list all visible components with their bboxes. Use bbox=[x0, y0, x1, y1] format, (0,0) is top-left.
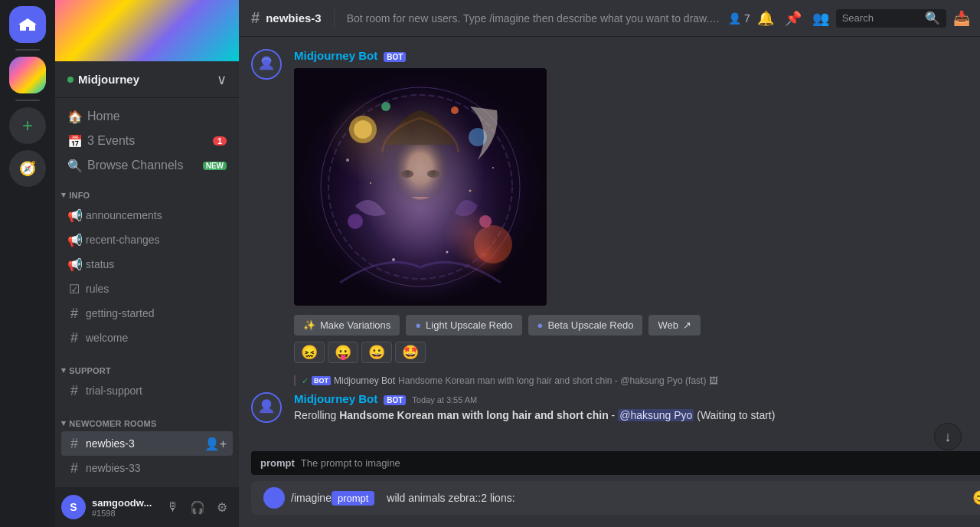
discord-home-button[interactable] bbox=[9, 6, 46, 43]
username: samgoodw... bbox=[92, 497, 156, 509]
svg-point-11 bbox=[348, 214, 363, 229]
server-header[interactable]: Midjourney ∨ bbox=[55, 61, 239, 98]
server-divider bbox=[15, 49, 40, 51]
hash-icon-3: # bbox=[67, 383, 81, 399]
svg-point-5 bbox=[321, 87, 520, 286]
hash-icon-2: # bbox=[67, 330, 81, 346]
image-icon: 🖼 bbox=[709, 375, 718, 386]
channel-hash-icon: # bbox=[251, 9, 260, 27]
channel-name: getting-started bbox=[86, 307, 155, 319]
add-member-icon[interactable]: 👤+ bbox=[204, 437, 227, 451]
header-divider bbox=[334, 9, 335, 28]
reactions: 😖 😛 😀 🤩 bbox=[294, 342, 980, 363]
channel-topic: Bot room for new users. Type /imagine th… bbox=[347, 12, 722, 25]
user-controls: 🎙 🎧 ⚙ bbox=[162, 496, 233, 518]
member-list-button[interactable]: 👥 bbox=[808, 6, 833, 31]
channel-welcome[interactable]: # welcome bbox=[61, 326, 233, 350]
channel-recent-changes[interactable]: 📢 recent-changes bbox=[61, 227, 233, 252]
events-label: 3 Events bbox=[87, 134, 135, 148]
channel-name: newbies-3 bbox=[86, 437, 135, 450]
web-button[interactable]: Web ↗ bbox=[648, 315, 701, 336]
message-content: Midjourney Bot BOT bbox=[294, 49, 980, 363]
emoji-picker-button[interactable]: 😊 bbox=[972, 489, 980, 506]
reaction-2[interactable]: 😛 bbox=[328, 342, 358, 363]
input-area: /imagine prompt 😊 bbox=[239, 475, 980, 527]
microphone-button[interactable]: 🎙 bbox=[162, 496, 184, 518]
home-label: Home bbox=[87, 110, 120, 123]
variations-icon: ✨ bbox=[303, 319, 315, 331]
sidebar-item-browse-channels[interactable]: 🔍 Browse Channels NEW bbox=[61, 153, 233, 178]
rerolling-text: Rerolling Handsome Korean man with long … bbox=[294, 408, 980, 424]
chevron-down-icon: ∨ bbox=[217, 71, 227, 88]
notification-bell-button[interactable]: 🔔 bbox=[753, 6, 778, 31]
channel-rules[interactable]: ☑ rules bbox=[61, 277, 233, 301]
sidebar-item-home[interactable]: 🏠 Home bbox=[61, 104, 233, 129]
search-icon: 🔍 bbox=[925, 11, 940, 25]
bot-tag-small: BOT bbox=[312, 376, 331, 385]
search-bar[interactable]: Search 🔍 bbox=[836, 9, 946, 28]
events-badge: 1 bbox=[213, 136, 227, 146]
message-image-container[interactable] bbox=[294, 68, 547, 306]
messages-area[interactable]: Midjourney Bot BOT bbox=[239, 37, 980, 451]
server-name: Midjourney bbox=[67, 73, 139, 86]
channel-sidebar: Midjourney ∨ 🏠 Home 📅 3 Events 1 🔍 Brows… bbox=[55, 0, 239, 527]
bot-badge: BOT bbox=[384, 52, 406, 62]
message-group: Midjourney Bot BOT bbox=[251, 49, 980, 363]
explore-button[interactable]: 🧭 bbox=[9, 150, 46, 187]
collapse-icon-2: ▾ bbox=[61, 365, 66, 375]
server-icon-midjourney[interactable] bbox=[9, 57, 46, 93]
headset-button[interactable]: 🎧 bbox=[187, 496, 208, 518]
reaction-4[interactable]: 🤩 bbox=[395, 342, 426, 363]
light-upscale-redo-button[interactable]: ● Light Upscale Redo bbox=[406, 315, 521, 336]
help-button[interactable]: ❓ bbox=[977, 6, 980, 31]
settings-button[interactable]: ⚙ bbox=[211, 496, 233, 518]
channel-list: 🏠 Home 📅 3 Events 1 🔍 Browse Channels NE… bbox=[55, 98, 239, 487]
new-badge: NEW bbox=[203, 162, 227, 170]
slash-label: /imagine bbox=[291, 492, 332, 504]
channel-name: rules bbox=[86, 283, 109, 295]
scroll-to-bottom-button[interactable]: ↓ bbox=[934, 423, 962, 450]
action-buttons: ✨ Make Variations ● Light Upscale Redo ●… bbox=[294, 315, 980, 336]
input-box: /imagine prompt 😊 bbox=[251, 481, 980, 515]
channel-status[interactable]: 📢 status bbox=[61, 252, 233, 277]
category-newcomer-label[interactable]: ▾ NEWCOMER ROOMS bbox=[55, 406, 239, 431]
svg-point-18 bbox=[431, 171, 436, 175]
channel-header: # newbies-3 Bot room for new users. Type… bbox=[239, 0, 980, 37]
svg-point-13 bbox=[451, 106, 459, 114]
svg-point-3 bbox=[328, 80, 512, 294]
hash-icon-4: # bbox=[67, 436, 81, 452]
search-placeholder: Search bbox=[842, 12, 874, 24]
category-info-label[interactable]: ▾ INFO bbox=[55, 178, 239, 203]
collapse-icon-3: ▾ bbox=[61, 418, 66, 428]
prompt-hint-text: The prompt to imagine bbox=[301, 457, 400, 469]
user-tag: #1598 bbox=[92, 509, 156, 518]
channel-newbies-3[interactable]: # newbies-3 👤+ bbox=[61, 431, 233, 456]
pin-button[interactable]: 📌 bbox=[781, 6, 805, 31]
browse-channels-label: Browse Channels bbox=[87, 159, 183, 172]
svg-point-24 bbox=[492, 167, 494, 169]
svg-rect-2 bbox=[294, 68, 547, 306]
reaction-1[interactable]: 😖 bbox=[294, 342, 325, 363]
make-variations-button[interactable]: ✨ Make Variations bbox=[294, 315, 400, 336]
channel-trial-support[interactable]: # trial-support bbox=[61, 378, 233, 403]
events-icon: 📅 bbox=[67, 134, 81, 149]
add-server-button[interactable]: + bbox=[9, 107, 46, 144]
command-param-chip: prompt bbox=[332, 491, 374, 506]
channel-getting-started[interactable]: # getting-started bbox=[61, 301, 233, 326]
hash-lock-icon-2: 📢 bbox=[67, 257, 81, 272]
command-input[interactable] bbox=[387, 492, 965, 504]
member-count-text: 7 bbox=[744, 12, 750, 25]
category-support-label[interactable]: ▾ SUPPORT bbox=[55, 353, 239, 378]
reference-text: Handsome Korean man with long hair and s… bbox=[398, 375, 706, 386]
inbox-button[interactable]: 📥 bbox=[949, 6, 974, 31]
channel-name: status bbox=[86, 258, 114, 270]
beta-upscale-redo-button[interactable]: ● Beta Upscale Redo bbox=[528, 315, 643, 336]
hash-icon: # bbox=[67, 306, 81, 322]
server-name-text: Midjourney bbox=[78, 73, 139, 86]
online-dot bbox=[67, 77, 74, 83]
reaction-3[interactable]: 😀 bbox=[361, 342, 392, 363]
svg-point-4 bbox=[409, 191, 516, 283]
sidebar-item-events[interactable]: 📅 3 Events 1 bbox=[61, 129, 233, 153]
channel-newbies-33[interactable]: # newbies-33 bbox=[61, 456, 233, 480]
channel-announcements[interactable]: 📢 announcements bbox=[61, 203, 233, 227]
